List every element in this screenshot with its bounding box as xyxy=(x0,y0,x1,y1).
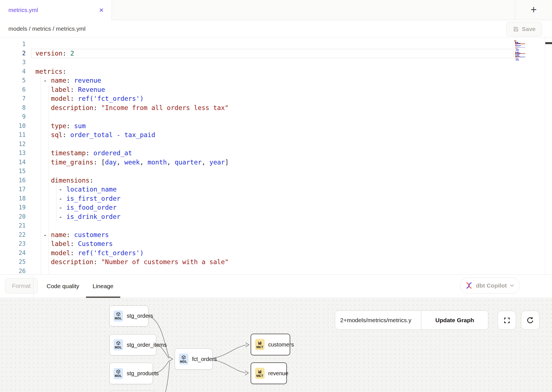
line-number: 20 xyxy=(0,212,26,221)
code-text: - is_drink_order xyxy=(33,212,552,221)
line-number: 19 xyxy=(0,203,26,212)
line-number: 9 xyxy=(0,112,26,121)
code-line[interactable]: 13 timestamp: ordered_at xyxy=(0,149,552,158)
code-line[interactable]: 14 time_grains: [day, week, month, quart… xyxy=(0,158,552,167)
model-cube-icon xyxy=(181,355,186,360)
code-text: - location_name xyxy=(33,185,552,194)
code-line[interactable]: 12 xyxy=(0,140,552,149)
code-line[interactable]: 19 - is_food_order xyxy=(0,203,552,212)
code-text: label: Customers xyxy=(33,239,552,248)
line-number: 2 xyxy=(0,49,26,58)
code-line[interactable]: 15 xyxy=(0,167,552,176)
tab-code-quality[interactable]: Code quality xyxy=(40,275,86,298)
code-text: - name: revenue xyxy=(33,76,552,85)
line-number: 22 xyxy=(0,230,26,240)
code-line[interactable]: 26 xyxy=(0,267,552,275)
graph-node-revenue[interactable]: METrevenue xyxy=(251,362,287,384)
code-line[interactable]: 8 description: "Income from all orders l… xyxy=(0,103,552,113)
code-line[interactable]: 10 type: sum xyxy=(0,121,552,131)
overview-ruler xyxy=(545,37,545,274)
minimap[interactable] xyxy=(514,40,544,61)
code-text: description: "Income from all orders les… xyxy=(33,103,552,113)
line-number: 21 xyxy=(0,221,26,230)
fullscreen-button[interactable] xyxy=(498,311,516,330)
badge-type-label: MDL xyxy=(180,360,187,363)
badge-type-label: MET xyxy=(256,374,263,377)
tab-metrics-yml[interactable]: metrics.yml ✕ xyxy=(0,0,112,20)
code-line[interactable]: 23 label: Customers xyxy=(0,239,552,248)
code-line[interactable]: 22 - name: customers xyxy=(0,230,552,240)
line-number: 8 xyxy=(0,103,26,113)
graph-node-stg_partial[interactable] xyxy=(109,391,156,392)
code-text: metrics: xyxy=(33,67,552,76)
format-button[interactable]: Format xyxy=(5,278,38,293)
lineage-canvas[interactable]: MDLstg_ordersMDLstg_order_itemsMDLstg_pr… xyxy=(0,298,552,392)
code-line[interactable]: 17 - location_name xyxy=(0,185,552,194)
line-number: 5 xyxy=(0,76,26,85)
graph-node-stg_products[interactable]: MDLstg_products xyxy=(109,363,153,384)
code-line[interactable]: 16 dimensions: xyxy=(0,176,552,185)
code-text xyxy=(33,140,552,149)
line-number: 1 xyxy=(0,40,26,49)
line-number: 18 xyxy=(0,194,26,203)
graph-node-stg_order_items[interactable]: MDLstg_order_items xyxy=(109,334,156,355)
code-text: type: sum xyxy=(33,121,552,131)
metric-badge: MET xyxy=(255,339,265,350)
line-number: 23 xyxy=(0,239,26,248)
graph-node-stg_orders[interactable]: MDLstg_orders xyxy=(109,305,148,326)
graph-node-customers[interactable]: METcustomers xyxy=(251,334,290,355)
badge-type-label: MDL xyxy=(115,374,122,377)
ide-window: metrics.yml ✕ + models / metrics / metri… xyxy=(0,0,552,392)
line-number: 16 xyxy=(0,176,26,185)
code-text: timestamp: ordered_at xyxy=(33,149,552,158)
new-tab-button[interactable]: + xyxy=(515,0,552,20)
code-line[interactable]: 24 model: ref('fct_orders') xyxy=(0,248,552,258)
save-button[interactable]: Save xyxy=(506,22,542,36)
code-line[interactable]: 9 xyxy=(0,112,552,121)
code-line[interactable]: 5 - name: revenue xyxy=(0,76,552,85)
lineage-filter-input[interactable] xyxy=(335,311,421,329)
node-label: customers xyxy=(268,341,294,348)
code-line[interactable]: 25 description: "Number of customers wit… xyxy=(0,257,552,267)
code-line[interactable]: 11 sql: order_total - tax_paid xyxy=(0,130,552,140)
metric-badge: MET xyxy=(255,368,265,379)
node-label: revenue xyxy=(268,370,288,377)
code-text: - is_food_order xyxy=(33,203,552,212)
fullscreen-icon xyxy=(503,317,511,324)
code-line[interactable]: 21 xyxy=(0,221,552,230)
code-line[interactable]: 7 model: ref('fct_orders') xyxy=(0,94,552,103)
save-icon xyxy=(513,26,519,32)
dbt-copilot-icon xyxy=(465,282,473,289)
tab-lineage[interactable]: Lineage xyxy=(86,275,120,298)
update-graph-button[interactable]: Update Graph xyxy=(421,311,488,329)
plus-icon: + xyxy=(531,4,537,15)
code-editor[interactable]: 12version: 234metrics:5 - name: revenue6… xyxy=(0,37,552,274)
line-number: 6 xyxy=(0,85,26,94)
code-line[interactable]: 20 - is_drink_order xyxy=(0,212,552,221)
dbt-copilot-button[interactable]: dbt Copilot xyxy=(460,278,520,293)
code-text xyxy=(33,167,552,176)
code-line[interactable]: 3 xyxy=(0,58,552,67)
code-text: - name: customers xyxy=(33,230,552,240)
code-text: version: 2 xyxy=(33,49,552,58)
model-cube-icon xyxy=(116,341,121,345)
code-line[interactable]: 4metrics: xyxy=(0,67,552,76)
code-text: dimensions: xyxy=(33,176,552,185)
code-text: model: ref('fct_orders') xyxy=(33,94,552,103)
line-number: 10 xyxy=(0,121,26,131)
code-line[interactable]: 2version: 2 xyxy=(0,49,552,58)
chevron-down-icon xyxy=(510,284,514,287)
close-icon[interactable]: ✕ xyxy=(98,6,105,14)
code-line[interactable]: 6 label: Revenue xyxy=(0,85,552,94)
code-line[interactable]: 18 - is_first_order xyxy=(0,194,552,203)
edge-fct_orders-to-customers xyxy=(213,345,247,358)
save-label: Save xyxy=(522,26,536,32)
model-cube-icon xyxy=(116,312,121,316)
code-text: label: Revenue xyxy=(33,85,552,94)
model-badge: MDL xyxy=(114,368,123,379)
breadcrumb-row: models / metrics / metrics.yml Save xyxy=(0,20,552,37)
graph-node-fct_orders[interactable]: MDLfct_orders xyxy=(175,348,213,370)
breadcrumb[interactable]: models / metrics / metrics.yml xyxy=(8,25,86,32)
refresh-button[interactable] xyxy=(521,311,539,330)
code-line[interactable]: 1 xyxy=(0,40,552,49)
